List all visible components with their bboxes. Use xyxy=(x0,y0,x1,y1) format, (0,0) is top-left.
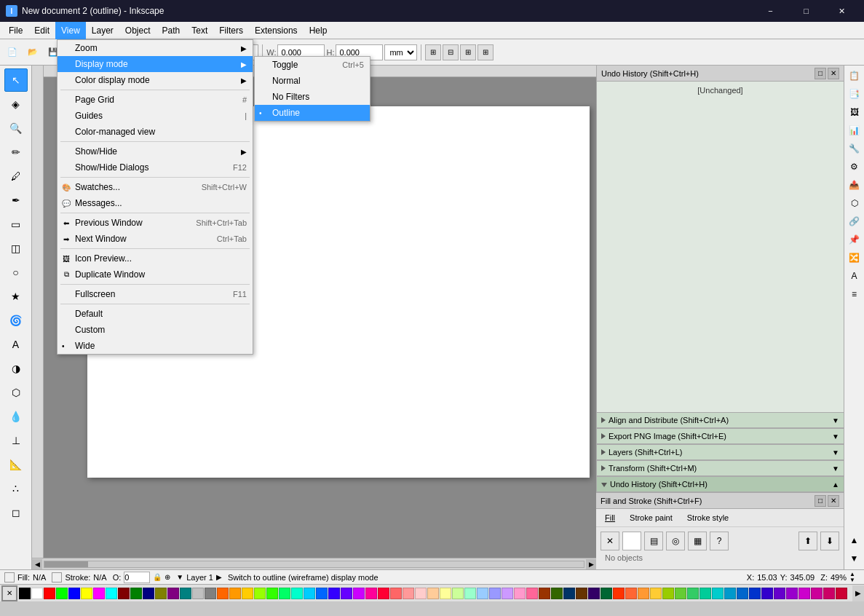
color-swatch[interactable] xyxy=(93,588,105,599)
tool-pen[interactable]: 🖊 xyxy=(4,165,28,188)
opacity-input[interactable] xyxy=(124,572,150,583)
menu-duplicate-window[interactable]: ⧉ Duplicate Window xyxy=(58,266,253,283)
submenu-no-filters[interactable]: No Filters xyxy=(255,89,370,105)
color-swatch[interactable] xyxy=(699,588,711,599)
rs-btn1[interactable]: 📋 xyxy=(846,67,863,84)
color-swatch[interactable] xyxy=(192,588,204,599)
color-swatch[interactable] xyxy=(167,588,179,599)
color-swatch[interactable] xyxy=(774,588,785,599)
snap-btn3[interactable]: ⊞ xyxy=(460,44,476,60)
color-swatch[interactable] xyxy=(31,588,43,599)
color-swatch[interactable] xyxy=(563,588,575,599)
tb-open[interactable]: 📂 xyxy=(23,43,42,62)
tool-gradient[interactable]: ◑ xyxy=(4,357,28,380)
color-swatch[interactable] xyxy=(415,588,427,599)
maximize-button[interactable]: □ xyxy=(790,0,823,22)
menu-extensions[interactable]: Extensions xyxy=(249,22,304,39)
color-swatch[interactable] xyxy=(477,588,488,599)
menu-guides[interactable]: Guides | xyxy=(58,108,253,124)
color-swatch[interactable] xyxy=(588,588,600,599)
rs-btn4[interactable]: 📊 xyxy=(846,122,863,139)
menu-object[interactable]: Object xyxy=(119,22,156,39)
tool-spray[interactable]: ∴ xyxy=(4,477,28,500)
submenu-normal[interactable]: Normal xyxy=(255,73,370,89)
color-swatch[interactable] xyxy=(341,588,352,599)
color-swatch[interactable] xyxy=(464,588,476,599)
color-swatch[interactable] xyxy=(539,588,550,599)
tool-star[interactable]: ★ xyxy=(4,285,28,308)
menu-color-display-mode[interactable]: Color display mode ▶ xyxy=(58,72,253,88)
menu-next-window[interactable]: ➡ Next Window Ctrl+Tab xyxy=(58,231,253,247)
color-swatch[interactable] xyxy=(118,588,130,599)
color-swatch[interactable] xyxy=(365,588,377,599)
color-swatch[interactable] xyxy=(786,588,798,599)
minimize-button[interactable]: − xyxy=(754,0,787,22)
scroll-track-h[interactable] xyxy=(44,561,584,568)
color-swatch[interactable] xyxy=(675,588,686,599)
rs-btn11[interactable]: 🔀 xyxy=(846,249,863,266)
tool-text[interactable]: A xyxy=(4,333,28,356)
snap-btn2[interactable]: ⊟ xyxy=(443,44,459,60)
submenu-outline[interactable]: • Outline xyxy=(255,105,370,121)
color-swatch[interactable] xyxy=(217,588,229,599)
rs-btn13[interactable]: ≡ xyxy=(846,285,863,303)
color-swatch[interactable] xyxy=(712,588,724,599)
no-color-btn[interactable]: ✕ xyxy=(1,585,17,601)
align-panel-header[interactable]: Align and Distribute (Shift+Ctrl+A) ▼ xyxy=(597,412,844,428)
snap-btn4[interactable]: ⊞ xyxy=(477,44,494,60)
menu-path[interactable]: Path xyxy=(156,22,186,39)
color-swatch[interactable] xyxy=(390,588,402,599)
color-swatch[interactable] xyxy=(180,588,191,599)
rs-btn6[interactable]: ⚙ xyxy=(846,158,863,175)
color-swatch[interactable] xyxy=(687,588,699,599)
zoom-down-btn[interactable]: ▼ xyxy=(849,577,860,583)
menu-icon-preview[interactable]: 🖼 Icon Preview... xyxy=(58,250,253,266)
rs-btn7[interactable]: 📤 xyxy=(846,176,863,194)
color-swatch[interactable] xyxy=(155,588,167,599)
menu-swatches[interactable]: 🎨 Swatches... Shift+Ctrl+W xyxy=(58,179,253,195)
menu-default[interactable]: Default xyxy=(58,306,253,322)
linear-gradient-btn[interactable]: ▤ xyxy=(644,532,663,550)
color-swatch[interactable] xyxy=(68,588,80,599)
tool-connector[interactable]: ⊥ xyxy=(4,429,28,452)
undo2-collapse-icon[interactable]: ▲ xyxy=(832,481,839,489)
menu-prev-window[interactable]: ⬅ Previous Window Shift+Ctrl+Tab xyxy=(58,215,253,231)
color-swatch[interactable] xyxy=(353,588,365,599)
undo2-panel-header[interactable]: Undo History (Shift+Ctrl+H) ▲ xyxy=(597,476,844,492)
menu-fullscreen[interactable]: Fullscreen F11 xyxy=(58,286,253,302)
scroll-right-btn[interactable]: ▶ xyxy=(586,559,596,569)
menu-wide[interactable]: • Wide xyxy=(58,338,253,354)
color-swatch[interactable] xyxy=(650,588,662,599)
menu-show-hide-dialogs[interactable]: Show/Hide Dialogs F12 xyxy=(58,159,253,175)
color-swatch[interactable] xyxy=(625,588,637,599)
layers-collapse-icon[interactable]: ▼ xyxy=(832,449,839,457)
color-swatch[interactable] xyxy=(526,588,538,599)
close-button[interactable]: ✕ xyxy=(825,0,858,22)
rs-btn3[interactable]: 🖼 xyxy=(846,103,863,121)
align-collapse-icon[interactable]: ▼ xyxy=(832,416,839,425)
color-swatch[interactable] xyxy=(316,588,328,599)
tool-node[interactable]: ◈ xyxy=(4,92,28,116)
color-swatch[interactable] xyxy=(19,588,31,599)
menu-edit[interactable]: Edit xyxy=(28,22,55,39)
tool-zoom[interactable]: 🔍 xyxy=(4,117,28,140)
tab-stroke-paint[interactable]: Stroke paint xyxy=(625,512,677,524)
tool-measure[interactable]: 📐 xyxy=(4,453,28,476)
color-swatch[interactable] xyxy=(811,588,823,599)
color-swatch[interactable] xyxy=(452,588,464,599)
rs-btn2[interactable]: 📑 xyxy=(846,85,863,103)
color-swatch[interactable] xyxy=(254,588,266,599)
rs-btn12[interactable]: A xyxy=(846,267,863,285)
panel-close-btn[interactable]: ✕ xyxy=(828,68,839,79)
menu-filters[interactable]: Filters xyxy=(213,22,249,39)
color-swatch[interactable] xyxy=(378,588,389,599)
color-swatch[interactable] xyxy=(514,588,526,599)
rs-vscroll-down[interactable]: ▼ xyxy=(846,550,863,567)
tool-rect[interactable]: ▭ xyxy=(4,213,28,236)
color-swatch[interactable] xyxy=(440,588,451,599)
color-swatch[interactable] xyxy=(576,588,587,599)
menu-text[interactable]: Text xyxy=(186,22,213,39)
color-swatch[interactable] xyxy=(761,588,773,599)
menu-custom[interactable]: Custom xyxy=(58,322,253,338)
menu-zoom[interactable]: Zoom ▶ xyxy=(58,40,253,56)
